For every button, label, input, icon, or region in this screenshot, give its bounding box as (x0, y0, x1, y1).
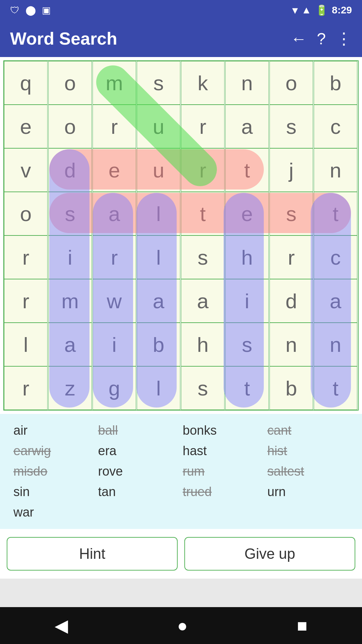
word-item: hast (183, 444, 264, 458)
grid-cell[interactable]: h (225, 235, 269, 279)
back-icon[interactable]: ← (291, 30, 307, 48)
word-item: earwig (13, 444, 95, 458)
recent-nav-icon[interactable]: ■ (297, 615, 307, 636)
wifi-icon: ▾ (292, 4, 297, 16)
grid-cell[interactable]: h (181, 323, 225, 366)
grid-cell[interactable]: n (314, 148, 357, 192)
grid-cell[interactable]: m (93, 61, 136, 105)
time: 8:29 (332, 4, 352, 16)
grid-cell[interactable]: l (4, 323, 48, 366)
word-list: airballbonkscantearwigerahasthistmisdoro… (0, 414, 362, 529)
grid-cell[interactable]: j (269, 148, 313, 192)
grid-cell[interactable]: m (48, 279, 92, 323)
grid-cell[interactable]: z (48, 366, 92, 410)
grid-cell[interactable]: a (181, 279, 225, 323)
grid-cell[interactable]: b (269, 366, 313, 410)
grid-cell[interactable]: n (314, 323, 357, 366)
grid-cell[interactable]: t (314, 366, 357, 410)
help-icon[interactable]: ? (317, 30, 326, 48)
grid-cell[interactable]: s (181, 235, 225, 279)
word-item: tan (98, 485, 180, 499)
grid-cell[interactable]: t (225, 148, 269, 192)
grid-cell[interactable]: i (93, 323, 136, 366)
grid-cell[interactable]: r (181, 148, 225, 192)
grid-cell[interactable]: d (269, 279, 313, 323)
grid-cell[interactable]: c (314, 235, 357, 279)
word-item: ball (98, 423, 180, 438)
grid-cell[interactable]: l (137, 192, 180, 235)
grid-cell[interactable]: g (93, 366, 136, 410)
grid-cell[interactable]: q (4, 61, 48, 105)
grid-cell[interactable]: o (48, 105, 92, 148)
word-item: era (98, 444, 180, 458)
grid-cell[interactable]: e (225, 192, 269, 235)
grid-cell[interactable]: i (48, 235, 92, 279)
grid-cell[interactable]: l (137, 235, 180, 279)
battery-icon: 🔋 (315, 4, 328, 16)
grid-cell[interactable]: a (48, 323, 92, 366)
sim-icon: ▣ (42, 5, 51, 16)
home-nav-icon[interactable]: ● (177, 615, 188, 636)
grid-cell[interactable]: i (225, 279, 269, 323)
grid-cell[interactable]: v (4, 148, 48, 192)
grid-cell[interactable]: o (269, 61, 313, 105)
circle-icon: ⬤ (25, 5, 36, 16)
word-item: hist (267, 444, 349, 458)
grid-cell[interactable]: r (4, 279, 48, 323)
grid-cell[interactable]: r (4, 366, 48, 410)
grid-cell[interactable]: s (137, 61, 180, 105)
grid-cell[interactable]: a (137, 279, 180, 323)
signal-icon: ▲ (301, 4, 311, 16)
grid-cell[interactable]: d (48, 148, 92, 192)
grid-cell[interactable]: b (137, 323, 180, 366)
word-item: urn (267, 485, 349, 499)
app-bar: Word Search ← ? ⋮ (0, 20, 362, 57)
grid-cell[interactable]: s (225, 323, 269, 366)
hint-button[interactable]: Hint (7, 537, 178, 571)
word-item: misdo (13, 464, 95, 479)
grid-cell[interactable]: c (314, 105, 357, 148)
grid-cell[interactable]: a (225, 105, 269, 148)
word-list-grid: airballbonkscantearwigerahasthistmisdoro… (13, 423, 349, 520)
buttons-row: Hint Give up (0, 529, 362, 579)
grid-cell[interactable]: w (93, 279, 136, 323)
grid-cell[interactable]: o (4, 192, 48, 235)
grid-cell[interactable]: l (137, 366, 180, 410)
grid-cell[interactable]: s (48, 192, 92, 235)
grid-cell[interactable]: t (314, 192, 357, 235)
give-up-button[interactable]: Give up (184, 537, 355, 571)
grid-cell[interactable]: u (137, 148, 180, 192)
grid-cell[interactable]: s (269, 105, 313, 148)
grid-cell[interactable]: o (48, 61, 92, 105)
grid-cell[interactable]: e (93, 148, 136, 192)
word-grid: qomsknobeorurascvdeurtjnosaltestrirlshrc… (3, 60, 359, 411)
status-right: ▾ ▲ 🔋 8:29 (292, 4, 352, 16)
word-item: cant (267, 423, 349, 438)
grid-cell[interactable]: a (314, 279, 357, 323)
grid-cell[interactable]: t (181, 192, 225, 235)
grid-cell[interactable]: e (4, 105, 48, 148)
grid-cell[interactable]: t (225, 366, 269, 410)
shield-icon: 🛡 (10, 5, 19, 16)
grid-cell[interactable]: b (314, 61, 357, 105)
grid-cell[interactable]: s (181, 366, 225, 410)
word-item: war (13, 505, 95, 520)
grid-cell[interactable]: n (269, 323, 313, 366)
grid-cell[interactable]: u (137, 105, 180, 148)
grid-cell[interactable]: r (93, 105, 136, 148)
back-nav-icon[interactable]: ◀ (55, 615, 68, 636)
grid-cell[interactable]: a (93, 192, 136, 235)
grid-cell[interactable]: s (269, 192, 313, 235)
grid-cell[interactable]: r (93, 235, 136, 279)
word-item: bonks (183, 423, 264, 438)
nav-bar: ◀ ● ■ (0, 607, 362, 644)
grid-cell[interactable]: n (225, 61, 269, 105)
grid-cell[interactable]: r (181, 105, 225, 148)
grid-cell[interactable]: r (269, 235, 313, 279)
grid-container: qomsknobeorurascvdeurtjnosaltestrirlshrc… (0, 57, 362, 414)
more-icon[interactable]: ⋮ (336, 29, 352, 48)
grid-cell[interactable]: k (181, 61, 225, 105)
word-item: trued (183, 485, 264, 499)
grid-cell[interactable]: r (4, 235, 48, 279)
app-bar-icons: ← ? ⋮ (291, 29, 352, 48)
